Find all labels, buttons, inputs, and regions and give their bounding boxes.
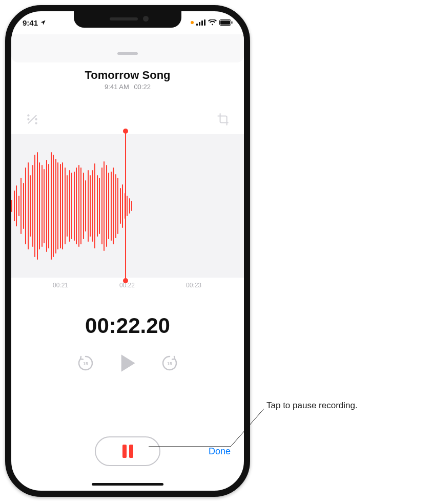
recording-dot-icon [191,21,194,24]
recording-subtitle: 9:41 AM 00:22 [11,83,244,91]
done-button[interactable]: Done [209,446,231,457]
status-right [191,19,233,26]
svg-rect-1 [199,22,200,26]
sheet-handle[interactable] [117,52,138,55]
svg-point-9 [28,119,29,120]
callout-text: Tap to pause recording. [266,401,425,411]
svg-rect-3 [204,19,205,26]
ruler-tick: 00:21 [53,282,68,289]
trim-icon[interactable] [216,113,230,126]
svg-rect-2 [201,20,203,26]
playhead[interactable] [125,131,126,281]
sheet-background [11,34,244,62]
location-icon [40,19,46,26]
svg-rect-6 [232,22,233,24]
cellular-icon [196,19,205,26]
waveform-area[interactable] [11,134,244,278]
pause-icon [122,445,133,458]
svg-point-8 [36,123,37,124]
pause-record-button[interactable] [95,436,160,466]
notch [74,11,181,28]
recording-time: 9:41 AM [105,83,129,91]
ruler-tick: 00:23 [186,282,201,289]
phone-frame: 9:41 Tomorrow Song 9:41 AM [5,5,250,497]
svg-point-10 [36,119,37,120]
home-indicator[interactable] [92,483,163,486]
recording-duration: 00:22 [134,83,151,91]
skip-forward-button[interactable]: 15 [161,354,178,372]
enhance-icon[interactable] [26,113,39,126]
ruler-tick: 00:22 [119,282,135,289]
playback-controls: 15 15 [11,353,244,373]
skip-fwd-seconds: 15 [167,361,172,366]
battery-icon [219,19,233,26]
status-time: 9:41 [23,18,46,27]
elapsed-timer: 00:22.20 [11,313,244,338]
ruler-tick: 0 [244,282,248,289]
svg-rect-5 [220,20,230,25]
skip-back-seconds: 15 [83,361,88,366]
title-area: Tomorrow Song 9:41 AM 00:22 [11,69,244,91]
play-button[interactable] [119,353,136,373]
svg-rect-0 [196,24,198,26]
time-ruler: 00:21 00:22 00:23 0 [11,282,244,293]
skip-back-button[interactable]: 15 [77,354,94,372]
svg-point-7 [28,115,29,116]
record-row: Done [11,436,244,466]
recording-title[interactable]: Tomorrow Song [11,69,244,82]
wifi-icon [208,19,217,26]
waveform-bars [11,134,244,278]
status-time-text: 9:41 [23,18,38,27]
